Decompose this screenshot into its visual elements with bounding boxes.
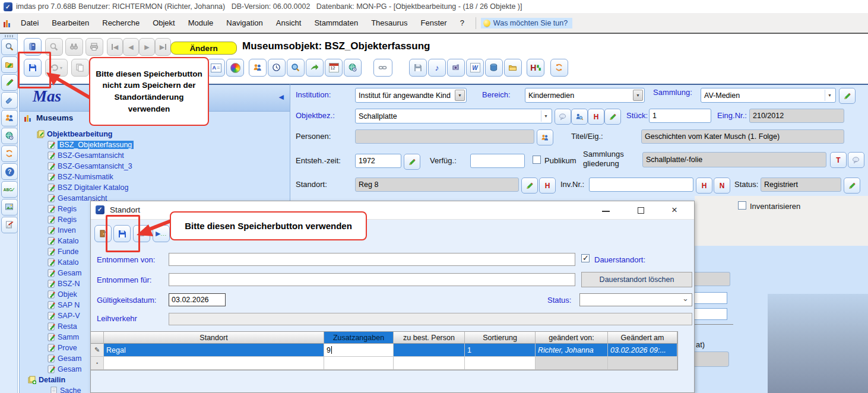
cell-standort[interactable]: Regal	[104, 344, 324, 357]
rail-drag-handle[interactable]	[5, 35, 13, 37]
objektbez-combo[interactable]: Schallplatte	[355, 109, 552, 123]
tree-root-objektbearbeitung[interactable]: Objektbearbeitung	[36, 129, 112, 140]
menu-ansicht[interactable]: Ansicht	[270, 17, 308, 29]
institution-combo[interactable]: Institut für angewandte Kind	[355, 88, 467, 103]
objektbez-search-button[interactable]	[571, 109, 588, 125]
tree-item[interactable]: BSZ Digitaler Katalog	[47, 182, 129, 193]
dropdown-arrow-icon[interactable]	[825, 90, 834, 101]
video-button[interactable]	[447, 59, 465, 77]
rail-image-button[interactable]	[1, 199, 18, 215]
menu-bearbeiten[interactable]: Bearbeiten	[45, 17, 96, 29]
tree-item[interactable]: Resta	[47, 321, 77, 332]
gliederung-comment-button[interactable]	[848, 152, 864, 168]
menu-objekt[interactable]: Objekt	[146, 17, 182, 29]
hierarchy-button[interactable]: H▚	[527, 59, 544, 77]
tree-item[interactable]: Regis	[47, 214, 77, 225]
tree-item[interactable]: Prove	[47, 343, 77, 353]
stueck-input[interactable]: 1	[649, 109, 711, 123]
menu-thesaurus[interactable]: Thesaurus	[365, 17, 414, 29]
standort-edit-button[interactable]	[521, 178, 538, 194]
sammlung-edit-button[interactable]	[839, 88, 856, 104]
panel-collapse-icon[interactable]: ◀	[279, 93, 284, 101]
assistant-prompt[interactable]: Was möchten Sie tun?	[481, 18, 572, 28]
tree-item[interactable]: BSZ-N	[47, 278, 80, 289]
sync-button[interactable]	[550, 59, 568, 77]
dialog-status-dropdown[interactable]	[579, 293, 692, 306]
rail-search-button[interactable]	[1, 39, 18, 55]
dropdown-arrow-icon[interactable]	[541, 110, 550, 122]
entnommen-fuer-input[interactable]	[169, 273, 575, 286]
word-button[interactable]: W	[466, 59, 484, 77]
prev-record-button[interactable]: ◀	[123, 38, 139, 56]
inventarisieren-checkbox[interactable]	[738, 201, 746, 210]
menu-stammdaten[interactable]: Stammdaten	[308, 17, 365, 29]
print-button-disabled[interactable]	[85, 38, 103, 56]
cell-standort[interactable]	[104, 357, 324, 370]
entnommen-von-input[interactable]	[169, 253, 575, 266]
rail-spellcheck-button[interactable]: ABC✓	[1, 181, 18, 198]
entstehzeit-input[interactable]: 1972	[355, 154, 401, 168]
textmodule-button[interactable]: A≡	[207, 59, 225, 77]
tree-item[interactable]: Katalo	[47, 257, 78, 268]
invnr-hierarchy-button[interactable]: H	[696, 178, 712, 194]
invnr-input[interactable]	[589, 178, 693, 192]
cell-zusatzangaben-editing[interactable]: 9	[324, 344, 394, 357]
tree-item[interactable]: Sache	[49, 385, 81, 393]
col-geaendert-von[interactable]: geändert von:	[536, 332, 608, 344]
tree-item[interactable]: Funde	[47, 246, 78, 257]
media-save-button[interactable]	[409, 59, 427, 77]
tree-item[interactable]: SAP-V	[47, 310, 80, 321]
rail-folder-edit-button[interactable]	[1, 56, 18, 73]
verfueg-input[interactable]	[470, 154, 525, 168]
menu-fenster[interactable]: Fenster	[414, 17, 454, 29]
rail-erase-button[interactable]	[1, 92, 18, 109]
entstehzeit-edit-button[interactable]	[404, 154, 420, 170]
cell-sortierung[interactable]	[465, 357, 536, 370]
first-record-button[interactable]: ◀	[107, 38, 123, 56]
tree-item[interactable]: BSZ-Gesamtansicht	[47, 150, 124, 161]
minimize-icon[interactable]	[602, 211, 610, 212]
dauerstandort-loeschen-button[interactable]: Dauerstandort löschen	[581, 272, 692, 287]
tree-item[interactable]: Inven	[47, 225, 76, 236]
audio-button[interactable]: ♪	[428, 59, 446, 77]
rail-globe-button[interactable]	[1, 128, 18, 144]
detail-search-button[interactable]	[287, 59, 305, 77]
col-sortierung[interactable]: Sortierung	[465, 332, 536, 344]
tree-item[interactable]: BSZ-Numismatik	[47, 172, 113, 182]
tree-item[interactable]: Gesam	[47, 268, 81, 278]
tree-item[interactable]: Gesam	[47, 364, 81, 375]
link-button[interactable]	[373, 59, 392, 77]
tree-item[interactable]: Samm	[47, 332, 79, 343]
tree-item[interactable]: SAP N	[47, 300, 80, 310]
cell-geaendert-am[interactable]: 03.02.2026 09:...	[608, 344, 677, 357]
bereich-combo[interactable]: Kindermedien	[525, 88, 645, 103]
menu-help[interactable]: ?	[454, 17, 471, 29]
rail-refresh-button[interactable]	[1, 145, 18, 162]
tree-root-detailinfo[interactable]: Detailin	[28, 375, 65, 385]
normdaten-button[interactable]: N	[714, 178, 730, 194]
archive-button[interactable]	[485, 59, 503, 77]
col-zu-best-person[interactable]: zu best. Person	[394, 332, 465, 344]
menu-recherche[interactable]: Recherche	[96, 17, 146, 29]
rail-edit-button[interactable]	[1, 74, 18, 91]
tree-item[interactable]: Objek	[47, 289, 77, 300]
dropdown-arrow-icon[interactable]	[633, 90, 643, 101]
calendar-button[interactable]: 12	[325, 59, 343, 77]
last-record-button[interactable]: ▶	[155, 38, 171, 56]
next-record-button[interactable]: ▶	[139, 38, 155, 56]
tree-item[interactable]: Regis	[47, 204, 77, 214]
dropdown-arrow-icon[interactable]	[455, 90, 465, 101]
cell-geaendert-von[interactable]: Richter, Johanna	[536, 344, 608, 357]
maximize-icon[interactable]	[638, 207, 644, 214]
col-zusatzangaben[interactable]: Zusatzangaben	[324, 332, 394, 344]
web-button[interactable]	[344, 59, 362, 77]
objektbez-edit-button[interactable]	[604, 109, 621, 125]
status-edit-button[interactable]	[844, 178, 860, 194]
rail-help-button[interactable]: ?	[1, 163, 18, 180]
cell-zusatzangaben[interactable]	[324, 357, 394, 370]
aendern-button[interactable]: Ändern	[170, 42, 237, 55]
cell-sortierung[interactable]: 1	[465, 344, 536, 357]
cell-zu-best-person[interactable]	[394, 357, 465, 370]
menu-datei[interactable]: Datei	[14, 17, 45, 29]
rail-sign-button[interactable]	[1, 217, 18, 233]
